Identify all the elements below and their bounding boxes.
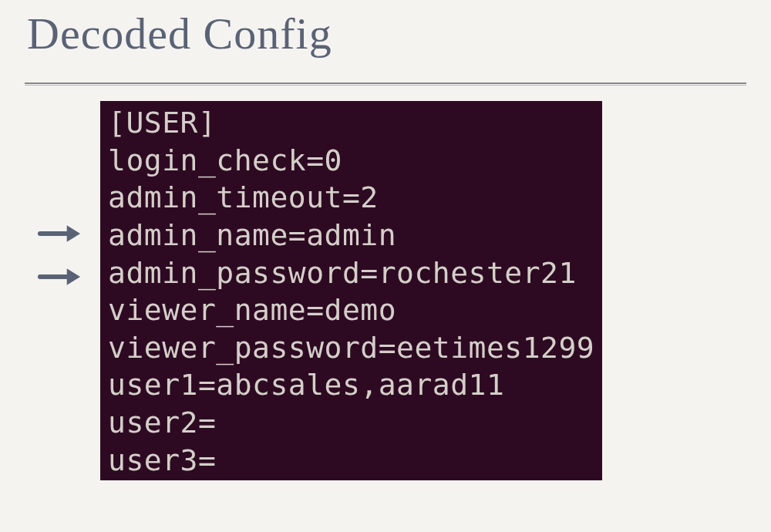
config-line: user2= — [108, 406, 216, 439]
config-line: admin_name=admin — [108, 218, 396, 252]
config-line: admin_password=rochester21 — [108, 256, 577, 290]
svg-marker-1 — [67, 225, 80, 241]
arrow-icon — [37, 258, 82, 295]
slide-container: Decoded Config [USER] login_check=0 admi… — [0, 0, 771, 488]
config-line: viewer_name=demo — [108, 293, 396, 327]
config-line: viewer_password=eetimes1299 — [108, 331, 594, 365]
svg-marker-3 — [67, 268, 80, 285]
annotation-arrows — [37, 101, 82, 295]
config-line: login_check=0 — [108, 143, 342, 177]
slide-title: Decoded Config — [27, 8, 748, 59]
divider-line — [25, 82, 746, 86]
terminal-output: [USER] login_check=0 admin_timeout=2 adm… — [100, 101, 602, 480]
config-line: admin_timeout=2 — [108, 180, 379, 214]
content-area: [USER] login_check=0 admin_timeout=2 adm… — [23, 101, 748, 480]
config-line: user1=abcsales,aarad11 — [108, 368, 504, 402]
arrow-icon — [37, 215, 82, 252]
config-line: user3= — [108, 443, 216, 477]
config-line: [USER] — [108, 106, 216, 140]
